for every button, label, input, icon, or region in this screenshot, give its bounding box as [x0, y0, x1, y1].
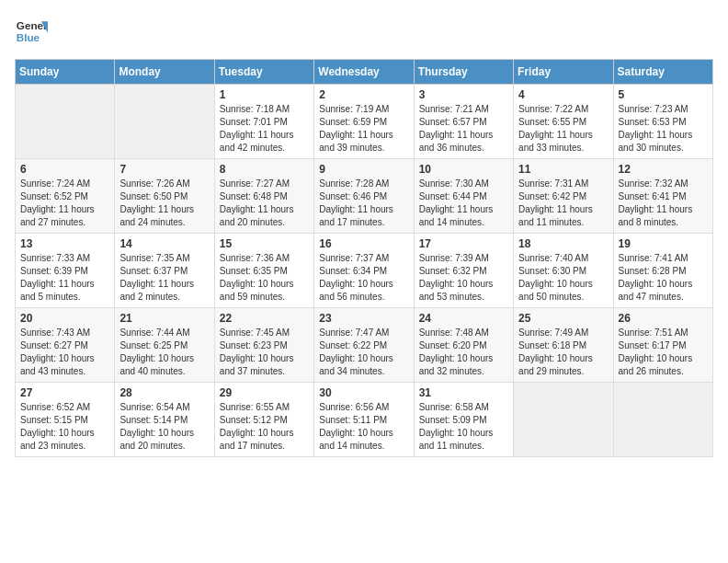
calendar-cell: 26Sunrise: 7:51 AM Sunset: 6:17 PM Dayli… — [613, 308, 712, 383]
day-number: 17 — [419, 237, 508, 250]
calendar-cell: 3Sunrise: 7:21 AM Sunset: 6:57 PM Daylig… — [414, 85, 513, 159]
calendar: SundayMondayTuesdayWednesdayThursdayFrid… — [15, 59, 713, 457]
day-number: 31 — [419, 386, 508, 399]
day-info: Sunrise: 7:27 AM Sunset: 6:48 PM Dayligh… — [220, 178, 309, 229]
svg-text:Blue: Blue — [17, 31, 40, 43]
day-info: Sunrise: 7:41 AM Sunset: 6:28 PM Dayligh… — [619, 252, 708, 304]
calendar-cell: 2Sunrise: 7:19 AM Sunset: 6:59 PM Daylig… — [314, 85, 414, 159]
day-info: Sunrise: 7:43 AM Sunset: 6:27 PM Dayligh… — [20, 327, 109, 378]
calendar-header: SundayMondayTuesdayWednesdayThursdayFrid… — [16, 60, 713, 85]
day-info: Sunrise: 7:37 AM Sunset: 6:34 PM Dayligh… — [319, 252, 408, 304]
day-number: 1 — [220, 88, 309, 101]
day-number: 15 — [220, 237, 309, 250]
day-number: 23 — [319, 312, 408, 325]
day-number: 2 — [319, 88, 408, 101]
day-info: Sunrise: 7:40 AM Sunset: 6:30 PM Dayligh… — [518, 252, 608, 304]
calendar-cell: 15Sunrise: 7:36 AM Sunset: 6:35 PM Dayli… — [214, 234, 313, 308]
day-header: Thursday — [414, 60, 513, 85]
day-info: Sunrise: 7:36 AM Sunset: 6:35 PM Dayligh… — [220, 252, 309, 304]
day-info: Sunrise: 7:33 AM Sunset: 6:39 PM Dayligh… — [20, 252, 109, 304]
day-number: 9 — [319, 163, 408, 176]
day-header: Tuesday — [214, 60, 313, 85]
day-info: Sunrise: 7:32 AM Sunset: 6:41 PM Dayligh… — [619, 178, 708, 229]
day-number: 21 — [119, 312, 209, 325]
calendar-cell: 31Sunrise: 6:58 AM Sunset: 5:09 PM Dayli… — [414, 383, 513, 457]
day-number: 6 — [20, 163, 109, 176]
day-info: Sunrise: 7:45 AM Sunset: 6:23 PM Dayligh… — [220, 327, 309, 378]
day-info: Sunrise: 6:54 AM Sunset: 5:14 PM Dayligh… — [119, 401, 209, 453]
calendar-cell: 23Sunrise: 7:47 AM Sunset: 6:22 PM Dayli… — [314, 308, 414, 383]
calendar-body: 1Sunrise: 7:18 AM Sunset: 7:01 PM Daylig… — [16, 85, 713, 457]
day-info: Sunrise: 7:21 AM Sunset: 6:57 PM Dayligh… — [419, 103, 508, 155]
calendar-cell: 29Sunrise: 6:55 AM Sunset: 5:12 PM Dayli… — [214, 383, 313, 457]
logo: General Blue — [15, 15, 50, 48]
day-info: Sunrise: 7:39 AM Sunset: 6:32 PM Dayligh… — [419, 252, 508, 304]
day-number: 28 — [119, 386, 209, 399]
calendar-cell: 1Sunrise: 7:18 AM Sunset: 7:01 PM Daylig… — [214, 85, 313, 159]
day-info: Sunrise: 7:47 AM Sunset: 6:22 PM Dayligh… — [319, 327, 408, 378]
day-info: Sunrise: 7:28 AM Sunset: 6:46 PM Dayligh… — [319, 178, 408, 229]
day-number: 22 — [220, 312, 309, 325]
day-info: Sunrise: 6:58 AM Sunset: 5:09 PM Dayligh… — [419, 401, 508, 453]
calendar-cell: 4Sunrise: 7:22 AM Sunset: 6:55 PM Daylig… — [514, 85, 613, 159]
day-number: 24 — [419, 312, 508, 325]
day-number: 29 — [220, 386, 309, 399]
calendar-cell: 22Sunrise: 7:45 AM Sunset: 6:23 PM Dayli… — [214, 308, 313, 383]
calendar-cell: 6Sunrise: 7:24 AM Sunset: 6:52 PM Daylig… — [16, 159, 115, 234]
day-info: Sunrise: 7:51 AM Sunset: 6:17 PM Dayligh… — [619, 327, 708, 378]
day-info: Sunrise: 6:52 AM Sunset: 5:15 PM Dayligh… — [20, 401, 109, 453]
calendar-cell: 27Sunrise: 6:52 AM Sunset: 5:15 PM Dayli… — [16, 383, 115, 457]
calendar-cell: 7Sunrise: 7:26 AM Sunset: 6:50 PM Daylig… — [115, 159, 214, 234]
calendar-cell: 16Sunrise: 7:37 AM Sunset: 6:34 PM Dayli… — [314, 234, 414, 308]
calendar-cell: 28Sunrise: 6:54 AM Sunset: 5:14 PM Dayli… — [115, 383, 214, 457]
calendar-cell: 20Sunrise: 7:43 AM Sunset: 6:27 PM Dayli… — [16, 308, 115, 383]
day-number: 25 — [518, 312, 608, 325]
day-info: Sunrise: 7:35 AM Sunset: 6:37 PM Dayligh… — [119, 252, 209, 304]
calendar-cell: 5Sunrise: 7:23 AM Sunset: 6:53 PM Daylig… — [613, 85, 712, 159]
calendar-cell: 8Sunrise: 7:27 AM Sunset: 6:48 PM Daylig… — [214, 159, 313, 234]
day-number: 27 — [20, 386, 109, 399]
calendar-cell: 17Sunrise: 7:39 AM Sunset: 6:32 PM Dayli… — [414, 234, 513, 308]
day-info: Sunrise: 6:56 AM Sunset: 5:11 PM Dayligh… — [319, 401, 408, 453]
calendar-cell — [16, 85, 115, 159]
calendar-cell: 9Sunrise: 7:28 AM Sunset: 6:46 PM Daylig… — [314, 159, 414, 234]
calendar-week: 13Sunrise: 7:33 AM Sunset: 6:39 PM Dayli… — [16, 234, 713, 308]
calendar-cell: 24Sunrise: 7:48 AM Sunset: 6:20 PM Dayli… — [414, 308, 513, 383]
day-info: Sunrise: 6:55 AM Sunset: 5:12 PM Dayligh… — [220, 401, 309, 453]
day-number: 14 — [119, 237, 209, 250]
day-number: 20 — [20, 312, 109, 325]
day-header: Saturday — [613, 60, 712, 85]
day-number: 8 — [220, 163, 309, 176]
day-info: Sunrise: 7:24 AM Sunset: 6:52 PM Dayligh… — [20, 178, 109, 229]
calendar-cell: 11Sunrise: 7:31 AM Sunset: 6:42 PM Dayli… — [514, 159, 613, 234]
calendar-week: 6Sunrise: 7:24 AM Sunset: 6:52 PM Daylig… — [16, 159, 713, 234]
calendar-cell: 30Sunrise: 6:56 AM Sunset: 5:11 PM Dayli… — [314, 383, 414, 457]
day-header: Friday — [514, 60, 613, 85]
day-info: Sunrise: 7:48 AM Sunset: 6:20 PM Dayligh… — [419, 327, 508, 378]
day-number: 16 — [319, 237, 408, 250]
day-info: Sunrise: 7:23 AM Sunset: 6:53 PM Dayligh… — [619, 103, 708, 155]
day-number: 5 — [619, 88, 708, 101]
calendar-cell — [514, 383, 613, 457]
day-info: Sunrise: 7:49 AM Sunset: 6:18 PM Dayligh… — [518, 327, 608, 378]
calendar-week: 20Sunrise: 7:43 AM Sunset: 6:27 PM Dayli… — [16, 308, 713, 383]
day-header: Sunday — [16, 60, 115, 85]
calendar-cell: 12Sunrise: 7:32 AM Sunset: 6:41 PM Dayli… — [613, 159, 712, 234]
day-number: 26 — [619, 312, 708, 325]
calendar-cell: 21Sunrise: 7:44 AM Sunset: 6:25 PM Dayli… — [115, 308, 214, 383]
day-header: Monday — [115, 60, 214, 85]
calendar-cell: 14Sunrise: 7:35 AM Sunset: 6:37 PM Dayli… — [115, 234, 214, 308]
day-number: 3 — [419, 88, 508, 101]
day-number: 12 — [619, 163, 708, 176]
day-info: Sunrise: 7:44 AM Sunset: 6:25 PM Dayligh… — [119, 327, 209, 378]
day-info: Sunrise: 7:19 AM Sunset: 6:59 PM Dayligh… — [319, 103, 408, 155]
day-info: Sunrise: 7:26 AM Sunset: 6:50 PM Dayligh… — [119, 178, 209, 229]
calendar-cell: 25Sunrise: 7:49 AM Sunset: 6:18 PM Dayli… — [514, 308, 613, 383]
calendar-cell: 10Sunrise: 7:30 AM Sunset: 6:44 PM Dayli… — [414, 159, 513, 234]
calendar-week: 1Sunrise: 7:18 AM Sunset: 7:01 PM Daylig… — [16, 85, 713, 159]
calendar-cell — [613, 383, 712, 457]
day-number: 4 — [518, 88, 608, 101]
day-info: Sunrise: 7:18 AM Sunset: 7:01 PM Dayligh… — [220, 103, 309, 155]
day-number: 18 — [518, 237, 608, 250]
calendar-week: 27Sunrise: 6:52 AM Sunset: 5:15 PM Dayli… — [16, 383, 713, 457]
